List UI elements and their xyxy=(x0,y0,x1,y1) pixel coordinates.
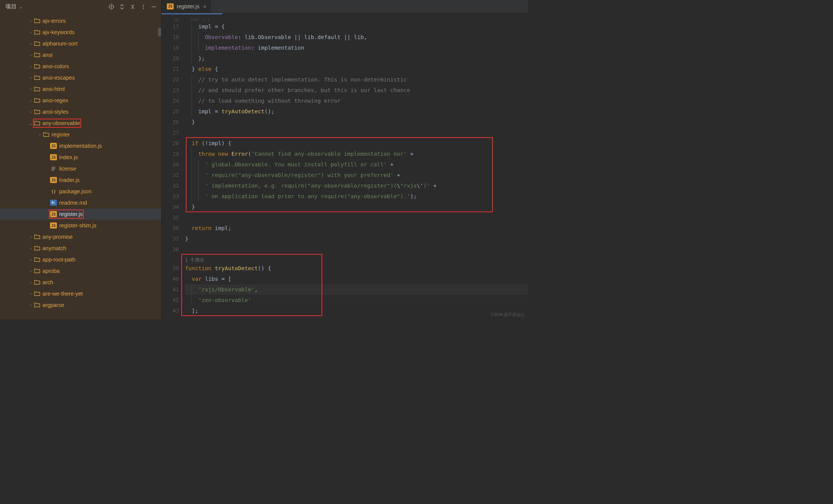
folder-ansi[interactable]: › ansi xyxy=(0,49,161,61)
js-file-icon: JS xyxy=(50,177,57,183)
collapse-icon[interactable] xyxy=(129,3,137,11)
tree-item-label: license xyxy=(59,166,76,172)
folder-any-observable[interactable]: ⌄ any-observable xyxy=(0,117,161,129)
line-number: 19 xyxy=(162,42,179,53)
folder-anymatch[interactable]: › anymatch xyxy=(0,243,161,254)
line-number: 37 xyxy=(162,233,179,244)
expand-icon[interactable] xyxy=(118,3,126,11)
folder-icon xyxy=(43,132,49,137)
code-content[interactable]: impl = { impl = { Observable: lib.Observ… xyxy=(183,14,528,319)
folder-ansi-html[interactable]: › ansi-html xyxy=(0,83,161,95)
chevron-right-icon[interactable]: › xyxy=(28,291,33,296)
file-license[interactable]: license xyxy=(0,163,161,174)
file-tree[interactable]: › ajv-errors› ajv-keywords› alphanum-sor… xyxy=(0,14,161,319)
tab-bar: JS register.js × xyxy=(162,0,528,14)
folder-ajv-errors[interactable]: › ajv-errors xyxy=(0,15,161,27)
code-line: } xyxy=(185,117,528,127)
file-index.js[interactable]: JSindex.js xyxy=(0,152,161,163)
json-file-icon: {} xyxy=(50,188,57,194)
chevron-right-icon[interactable]: › xyxy=(28,53,33,58)
code-line: return impl; xyxy=(185,223,528,233)
tab-register-js[interactable]: JS register.js × xyxy=(162,0,210,13)
folder-alphanum-sort[interactable]: › alphanum-sort xyxy=(0,38,161,49)
folder-icon xyxy=(34,234,40,239)
folder-ansi-styles[interactable]: › ansi-styles xyxy=(0,106,161,117)
chevron-right-icon[interactable]: › xyxy=(28,19,33,23)
sidebar-header: 项目 ⌄ xyxy=(0,0,161,14)
tree-item-label: implementation.js xyxy=(59,143,102,149)
folder-icon xyxy=(34,75,40,80)
line-number: 39 xyxy=(162,263,179,274)
tree-item-label: anymatch xyxy=(42,245,66,251)
code-line: ]; xyxy=(185,305,528,316)
chevron-right-icon[interactable]: › xyxy=(28,75,33,80)
chevron-right-icon[interactable]: › xyxy=(28,246,33,251)
file-package.json[interactable]: {}package.json xyxy=(0,186,161,197)
code-line: // to load something without throwing er… xyxy=(185,95,528,106)
close-icon[interactable]: × xyxy=(203,3,206,9)
file-loader.js[interactable]: JSloader.js xyxy=(0,174,161,186)
tree-item-label: argparse xyxy=(42,302,64,308)
line-number: 16 xyxy=(162,14,179,21)
folder-arch[interactable]: › arch xyxy=(0,277,161,288)
chevron-down-icon[interactable]: ⌄ xyxy=(19,4,23,9)
file-implementation.js[interactable]: JSimplementation.js xyxy=(0,140,161,152)
more-icon[interactable] xyxy=(139,3,147,11)
file-register-shim.js[interactable]: JSregister-shim.js xyxy=(0,220,161,231)
tree-item-label: aproba xyxy=(42,268,60,274)
chevron-right-icon[interactable]: › xyxy=(28,87,33,92)
chevron-right-icon[interactable]: › xyxy=(28,235,33,239)
chevron-right-icon[interactable]: › xyxy=(28,280,33,285)
code-line: // try to auto detect implementation. Th… xyxy=(185,74,528,85)
folder-icon xyxy=(34,18,40,23)
chevron-right-icon[interactable]: › xyxy=(28,98,33,103)
chevron-right-icon[interactable]: › xyxy=(28,110,33,114)
folder-icon xyxy=(34,246,40,251)
chevron-right-icon[interactable]: › xyxy=(28,303,33,308)
folder-argparse[interactable]: › argparse xyxy=(0,299,161,311)
file-register.js[interactable]: JSregister.js xyxy=(0,208,161,220)
minimize-icon[interactable] xyxy=(150,3,158,11)
file-readme.md[interactable]: M↓readme.md xyxy=(0,197,161,208)
folder-app-root-path[interactable]: › app-root-path xyxy=(0,254,161,265)
chevron-right-icon[interactable]: › xyxy=(28,30,33,35)
folder-ansi-colors[interactable]: › ansi-colors xyxy=(0,61,161,72)
chevron-down-icon[interactable]: ⌄ xyxy=(28,121,33,126)
folder-ansi-regex[interactable]: › ansi-regex xyxy=(0,95,161,106)
chevron-right-icon[interactable]: › xyxy=(28,41,33,46)
chevron-right-icon[interactable]: › xyxy=(28,257,33,262)
code-line: } else { xyxy=(185,64,528,74)
folder-aproba[interactable]: › aproba xyxy=(0,265,161,277)
scrollbar-thumb[interactable] xyxy=(158,28,161,36)
folder-icon xyxy=(34,268,40,274)
code-line: impl = tryAutoDetect(); xyxy=(185,106,528,117)
line-number: 35 xyxy=(162,212,179,223)
code-line: // and should prefer other branches, but… xyxy=(185,85,528,95)
js-file-icon: JS xyxy=(167,3,174,9)
tree-item-label: readme.md xyxy=(59,200,87,206)
code-line: ' require("any-observable/register") wit… xyxy=(185,170,528,180)
line-number: 24 xyxy=(162,95,179,106)
line-number: 23 xyxy=(162,85,179,95)
chevron-right-icon[interactable]: › xyxy=(28,269,33,274)
line-number: 17 xyxy=(162,21,179,32)
tree-item-label: arch xyxy=(42,279,53,285)
sidebar-title[interactable]: 项目 xyxy=(5,3,17,10)
watermark: CSDN @不语知心 xyxy=(491,312,525,318)
chevron-right-icon[interactable]: › xyxy=(37,132,42,137)
line-number: 22 xyxy=(162,74,179,85)
target-icon[interactable] xyxy=(107,3,116,11)
markdown-file-icon: M↓ xyxy=(50,200,57,206)
folder-are-we-there-yet[interactable]: › are-we-there-yet xyxy=(0,288,161,299)
tab-label: register.js xyxy=(177,3,199,9)
folder-ansi-escapes[interactable]: › ansi-escapes xyxy=(0,72,161,83)
code-line: function tryAutoDetect() { xyxy=(185,263,528,274)
folder-register[interactable]: › register xyxy=(0,129,161,140)
folder-ajv-keywords[interactable]: › ajv-keywords xyxy=(0,27,161,38)
line-number: 18 xyxy=(162,32,179,42)
editor-body[interactable]: 1617181920212223242526272829303132333435… xyxy=(162,14,528,319)
tree-item-label: ansi-regex xyxy=(42,97,68,103)
folder-any-promise[interactable]: › any-promise xyxy=(0,231,161,243)
chevron-right-icon[interactable]: › xyxy=(28,64,33,69)
line-number: 26 xyxy=(162,117,179,127)
